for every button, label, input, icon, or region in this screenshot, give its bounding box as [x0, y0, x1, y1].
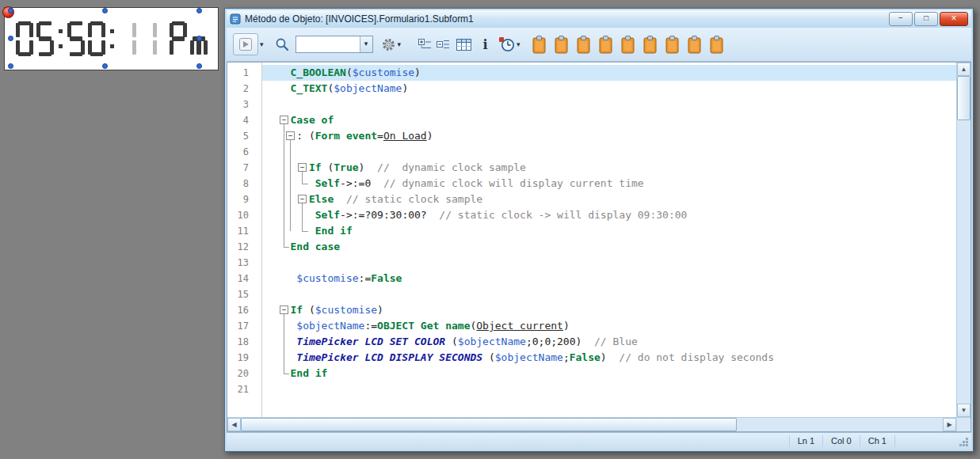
- scroll-left-icon[interactable]: ◀: [227, 418, 241, 431]
- line-number: 16: [227, 302, 261, 318]
- code-line-20[interactable]: End if: [262, 366, 956, 381]
- selection-rect: [11, 11, 199, 66]
- selection-handle-top-right[interactable]: [196, 8, 202, 13]
- fold-toggle-icon[interactable]: −: [280, 305, 288, 314]
- line-number: 5: [227, 128, 261, 144]
- maximize-button[interactable]: □: [914, 12, 938, 26]
- clipboard-buttons: [532, 36, 724, 54]
- code-line-4[interactable]: − Case of: [262, 112, 956, 128]
- run-method-button[interactable]: ▾: [233, 33, 264, 55]
- line-number: 4: [227, 112, 261, 128]
- line-number: 8: [227, 176, 261, 192]
- code-line-16[interactable]: − If ($customise): [262, 302, 956, 318]
- line-number: 2: [227, 81, 261, 97]
- code-line-13[interactable]: [262, 255, 956, 271]
- line-number: 11: [227, 223, 261, 239]
- method-table-icon[interactable]: [456, 38, 471, 51]
- expand-all-icon[interactable]: [418, 38, 432, 51]
- dropdown-arrow-icon[interactable]: ▾: [398, 40, 402, 48]
- selection-handle-bottom-left[interactable]: [8, 63, 13, 69]
- line-number: 7: [227, 160, 261, 176]
- clipboard-button-6[interactable]: [643, 36, 658, 54]
- search-combobox[interactable]: ▾: [296, 36, 373, 53]
- clipboard-button-7[interactable]: [665, 36, 680, 54]
- resize-grip[interactable]: [966, 444, 968, 446]
- code-line-2[interactable]: C_TEXT($objectName): [262, 81, 956, 97]
- close-button[interactable]: ×: [940, 12, 968, 26]
- code-line-5[interactable]: − : (Form event=On Load): [262, 128, 956, 144]
- fold-toggle-icon[interactable]: −: [298, 163, 307, 172]
- selection-handle-bottom-right[interactable]: [196, 63, 202, 69]
- clipboard-button-2[interactable]: [554, 36, 569, 54]
- line-number: 13: [227, 255, 261, 271]
- method-editor-window: Método de Objeto: [INVOICES].Formulario1…: [224, 8, 974, 452]
- code-editor: 123456789101112131415161718192021 C_BOOL…: [227, 62, 971, 432]
- titlebar[interactable]: Método de Objeto: [INVOICES].Formulario1…: [227, 10, 971, 28]
- dropdown-arrow-icon[interactable]: ▾: [260, 40, 264, 48]
- code-line-1[interactable]: C_BOOLEAN($customise): [262, 65, 956, 81]
- clipboard-button-5[interactable]: [620, 36, 635, 54]
- search-icon[interactable]: [275, 37, 289, 51]
- scroll-right-icon[interactable]: ▶: [943, 418, 956, 431]
- code-line-18[interactable]: TimePicker LCD SET COLOR ($objectName;0;…: [262, 334, 956, 350]
- scroll-up-icon[interactable]: ▲: [957, 63, 970, 76]
- code-line-9[interactable]: − Else // static clock sample: [262, 192, 956, 207]
- code-line-21[interactable]: [262, 381, 956, 397]
- code-line-14[interactable]: $customise:=False: [262, 271, 956, 286]
- selection-handle-top-left[interactable]: [8, 8, 13, 13]
- line-number: 15: [227, 286, 261, 302]
- selection-handle-middle-left[interactable]: [8, 36, 13, 41]
- clipboard-button-3[interactable]: [576, 36, 591, 54]
- collapse-all-icon[interactable]: [437, 38, 450, 51]
- selection-handle-top-middle[interactable]: [102, 8, 108, 13]
- clipboard-button-8[interactable]: [687, 36, 702, 54]
- code-line-11[interactable]: End if: [262, 223, 956, 239]
- vertical-scroll-thumb[interactable]: [957, 76, 970, 120]
- search-combobox-value[interactable]: [296, 36, 360, 52]
- code-line-8[interactable]: Self->:=0 // dynamic clock will display …: [262, 176, 956, 192]
- code-line-3[interactable]: [262, 97, 956, 112]
- macros-button[interactable]: ▾: [381, 37, 402, 52]
- minimize-button[interactable]: −: [889, 12, 913, 26]
- code-line-19[interactable]: TimePicker LCD DISPLAY SECONDS ($objectN…: [262, 350, 956, 366]
- scroll-down-icon[interactable]: ▼: [957, 404, 970, 417]
- code-line-12[interactable]: End case: [262, 239, 956, 255]
- run-icon: [233, 33, 258, 55]
- status-line: Ln 1: [789, 435, 822, 447]
- code-line-15[interactable]: [262, 286, 956, 302]
- window-controls: − □ ×: [889, 12, 968, 26]
- selection-handle-bottom-middle[interactable]: [102, 63, 108, 69]
- clipboard-button-4[interactable]: [598, 36, 613, 54]
- code-line-7[interactable]: − If (True) // dynamic clock sample: [262, 160, 956, 176]
- info-icon[interactable]: i: [481, 38, 490, 51]
- combo-dropdown-icon[interactable]: ▾: [360, 36, 372, 52]
- line-number: 6: [227, 144, 261, 160]
- fold-toggle-icon[interactable]: −: [298, 195, 307, 203]
- dropdown-arrow-icon[interactable]: ▾: [517, 40, 521, 48]
- clock-form-panel[interactable]: [4, 7, 219, 70]
- vertical-scrollbar[interactable]: ▲ ▼: [956, 63, 970, 417]
- fold-toggle-icon[interactable]: −: [280, 116, 288, 124]
- line-number: 20: [227, 366, 261, 381]
- status-char: Ch 1: [860, 435, 894, 447]
- code-line-6[interactable]: [262, 144, 956, 160]
- line-number: 9: [227, 192, 261, 207]
- fold-toggle-icon[interactable]: −: [286, 131, 295, 140]
- clipboard-button-9[interactable]: [709, 36, 724, 54]
- code-line-10[interactable]: Self->:=?09:30:00? // static clock -> wi…: [262, 207, 956, 223]
- timer-button[interactable]: ▾: [499, 37, 521, 52]
- code-lines[interactable]: C_BOOLEAN($customise) C_TEXT($objectName…: [262, 63, 956, 417]
- clipboard-button-1[interactable]: [532, 36, 547, 54]
- line-number: 17: [227, 318, 261, 334]
- status-spacer: [894, 435, 968, 447]
- horizontal-scrollbar[interactable]: ◀ ▶: [227, 417, 956, 431]
- line-number: 19: [227, 350, 261, 366]
- line-number: 1: [227, 65, 261, 81]
- code-line-17[interactable]: $objectName:=OBJECT Get name(Object curr…: [262, 318, 956, 334]
- line-number-gutter: 123456789101112131415161718192021: [227, 63, 262, 417]
- horizontal-scroll-thumb[interactable]: [241, 418, 737, 431]
- statusbar: Ln 1 Col 0 Ch 1: [227, 432, 971, 450]
- editor-main: 123456789101112131415161718192021 C_BOOL…: [227, 63, 970, 417]
- selection-handle-middle-right[interactable]: [196, 36, 202, 41]
- line-number: 12: [227, 239, 261, 255]
